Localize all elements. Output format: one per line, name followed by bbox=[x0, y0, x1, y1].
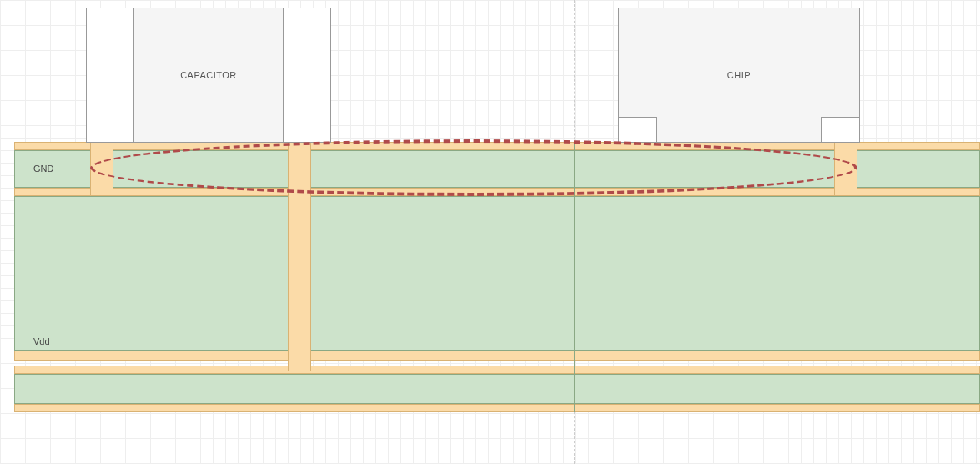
current-loop-annotation bbox=[90, 139, 857, 196]
diagram-canvas[interactable]: GND Vdd CAPACITOR CHIP bbox=[0, 0, 980, 464]
capacitor-label: CAPACITOR bbox=[180, 70, 237, 80]
layer-bottom-plane bbox=[14, 374, 980, 404]
label-vdd: Vdd bbox=[33, 336, 50, 346]
capacitor-pad-left bbox=[86, 8, 133, 143]
capacitor-body: CAPACITOR bbox=[133, 8, 284, 143]
layer-dielectric-2 bbox=[14, 351, 980, 361]
chip-pad-left bbox=[618, 117, 657, 143]
capacitor-pad-right bbox=[284, 8, 331, 143]
chip-label: CHIP bbox=[727, 70, 751, 80]
layer-bottom-copper bbox=[14, 404, 980, 412]
layer-inner-plane bbox=[14, 196, 980, 351]
layer-dielectric-3 bbox=[14, 366, 980, 374]
label-gnd: GND bbox=[33, 164, 53, 174]
chip-pad-right bbox=[821, 117, 860, 143]
